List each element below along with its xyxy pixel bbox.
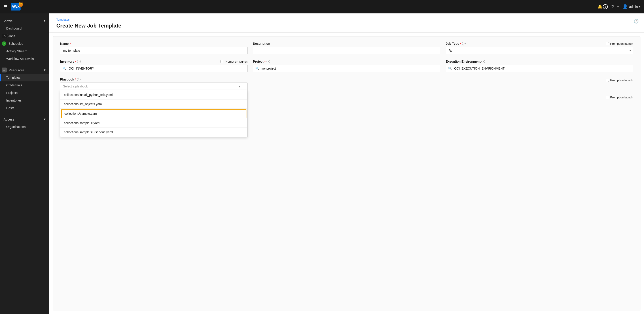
sidebar-item-schedules[interactable]: ✓ Schedules <box>0 40 49 48</box>
sidebar-item-projects[interactable]: Projects <box>0 89 49 96</box>
page-header: Templates Create New Job Template 🕐 <box>49 14 644 33</box>
page-title: Create New Job Template <box>56 22 637 29</box>
description-input[interactable] <box>253 47 440 54</box>
playbook-dropdown-wrap: Select a playbook ▾ collections/install_… <box>60 82 248 90</box>
user-menu[interactable]: 👤 admin ▾ <box>622 4 640 10</box>
playbook-required: * <box>75 78 76 81</box>
job-type-help-icon[interactable]: ? <box>462 42 466 46</box>
description-field-group: Description <box>253 42 440 54</box>
projects-label: Projects <box>6 91 18 94</box>
user-icon: 👤 <box>622 4 628 10</box>
notification-count: 0 <box>603 4 608 9</box>
sidebar-item-dashboard[interactable]: Dashboard <box>0 24 49 32</box>
awx-logo: AWX 🍯 <box>10 2 22 11</box>
exec-env-label: Execution Environment ? <box>446 60 633 63</box>
playbook-field-group: Playbook * ? Select a playbook ▾ collect… <box>60 78 248 90</box>
topnav-left: ☰ AWX 🍯 <box>4 2 22 11</box>
row3-right: Prompt on launch <box>446 78 633 82</box>
project-input[interactable] <box>262 65 440 72</box>
inventory-search-wrap: 🔍 <box>60 65 248 72</box>
help-icon[interactable]: ? <box>611 4 614 10</box>
inventory-header: Inventory * ? Prompt on launch <box>60 60 248 63</box>
job-type-select[interactable]: Run Check <box>446 47 633 54</box>
name-input[interactable] <box>60 47 248 54</box>
playbook-help-icon[interactable]: ? <box>77 78 80 81</box>
workflow-approvals-label: Workflow Approvals <box>6 57 34 60</box>
form-row-1: Name * Description Job Type <box>60 42 633 54</box>
access-caret-icon: ▾ <box>44 117 46 121</box>
job-type-select-wrap: Run Check ▾ <box>446 47 633 54</box>
exec-env-field-group: Execution Environment ? 🔍 <box>446 60 633 72</box>
exec-env-help-icon[interactable]: ? <box>482 60 485 63</box>
check-badge-icon: ✓ <box>2 41 6 46</box>
job-type-header: Job Type * ? Prompt on launch <box>446 42 633 46</box>
inventory-prompt-checkbox[interactable] <box>220 60 224 63</box>
row3-prompt-label[interactable]: Prompt on launch <box>606 78 633 82</box>
views-section-header[interactable]: Views ▾ <box>0 17 49 24</box>
project-field-group: Project * ? 🔍 <box>253 60 440 72</box>
bell-icon: 🔔 <box>598 4 602 9</box>
inventory-input[interactable] <box>69 65 247 72</box>
inventories-label: Inventories <box>6 99 22 102</box>
form-row-3: Playbook * ? Select a playbook ▾ collect… <box>60 78 633 90</box>
jobs-label: Jobs <box>8 34 15 38</box>
exec-env-search-icon[interactable]: 🔍 <box>446 65 454 72</box>
row3-prompt-checkbox[interactable] <box>606 79 609 82</box>
sidebar-item-activity-stream[interactable]: Activity Stream <box>0 48 49 55</box>
job-type-field-group: Job Type * ? Prompt on launch Run Check <box>446 42 633 54</box>
organizations-label: Organizations <box>6 125 26 128</box>
credentials-label: Credentials <box>6 84 22 87</box>
job-type-prompt-checkbox[interactable] <box>606 42 609 45</box>
playbook-option-0[interactable]: collections/install_python_sdk.yaml <box>60 90 247 100</box>
topnav: ☰ AWX 🍯 🔔 0 ? ▾ 👤 admin ▾ <box>0 0 644 14</box>
playbook-option-1[interactable]: collections/list_objects.yaml <box>60 100 247 109</box>
job-type-label: Job Type * ? <box>446 42 466 46</box>
activity-stream-label: Activity Stream <box>6 50 27 53</box>
user-caret-icon: ▾ <box>639 5 640 8</box>
access-section-header[interactable]: Access ▾ <box>0 116 49 123</box>
main-content: Templates Create New Job Template 🕐 Name… <box>49 14 644 314</box>
templates-label: Templates <box>6 76 20 80</box>
form-area: Name * Description Job Type <box>53 36 640 310</box>
project-label: Project * ? <box>253 60 440 63</box>
inventory-prompt-label[interactable]: Prompt on launch <box>220 60 248 63</box>
sidebar-item-inventories[interactable]: Inventories <box>0 96 49 104</box>
playbook-option-4[interactable]: collections/sampleDI_Generic.yaml <box>60 128 247 137</box>
history-icon[interactable]: 🕐 <box>634 19 639 24</box>
project-search-icon[interactable]: 🔍 <box>253 65 262 72</box>
inventory-field-group: Inventory * ? Prompt on launch 🔍 <box>60 60 248 72</box>
bottom-prompt-label[interactable]: Prompt on launch <box>606 96 633 99</box>
playbook-caret-icon: ▾ <box>238 84 240 88</box>
exec-env-input[interactable] <box>454 65 633 72</box>
sidebar-item-workflow-approvals[interactable]: Workflow Approvals <box>0 55 49 62</box>
playbook-option-3[interactable]: collections/sampleDI.yaml <box>60 118 247 128</box>
swap-icon: ⇌ <box>2 68 7 72</box>
sidebar-item-organizations[interactable]: Organizations <box>0 123 49 130</box>
sidebar: Views ▾ Dashboard 72 Jobs ✓ Schedules Ac… <box>0 14 49 314</box>
layout: Views ▾ Dashboard 72 Jobs ✓ Schedules Ac… <box>0 14 644 314</box>
sidebar-item-hosts[interactable]: Hosts <box>0 104 49 112</box>
hamburger-icon[interactable]: ☰ <box>4 4 7 9</box>
playbook-select-button[interactable]: Select a playbook ▾ <box>60 82 248 90</box>
sidebar-item-templates[interactable]: Templates <box>0 74 49 82</box>
playbook-label: Playbook * ? <box>60 78 248 81</box>
jobs-badge: 72 <box>2 34 8 38</box>
help-caret-icon[interactable]: ▾ <box>618 5 619 8</box>
views-caret-icon: ▾ <box>44 19 46 23</box>
sidebar-item-credentials[interactable]: Credentials <box>0 82 49 89</box>
breadcrumb[interactable]: Templates <box>56 18 637 21</box>
playbook-option-2[interactable]: collections/sample.yaml <box>61 109 246 118</box>
inventory-search-icon[interactable]: 🔍 <box>60 65 69 72</box>
views-label: Views <box>4 19 12 23</box>
resources-section: ⇌ Resources ▾ Templates Credentials Proj… <box>0 64 49 114</box>
dashboard-label: Dashboard <box>6 26 22 30</box>
inventory-help-icon[interactable]: ? <box>77 60 81 63</box>
project-required: * <box>264 60 266 63</box>
bottom-prompt-checkbox[interactable] <box>606 96 609 99</box>
resources-section-header[interactable]: ⇌ Resources ▾ <box>0 66 49 74</box>
project-help-icon[interactable]: ? <box>266 60 270 63</box>
sidebar-item-jobs[interactable]: 72 Jobs <box>0 32 49 40</box>
notification-bell[interactable]: 🔔 0 <box>598 4 608 9</box>
resources-label: Resources <box>8 68 24 72</box>
job-type-prompt-label[interactable]: Prompt on launch <box>606 42 633 46</box>
